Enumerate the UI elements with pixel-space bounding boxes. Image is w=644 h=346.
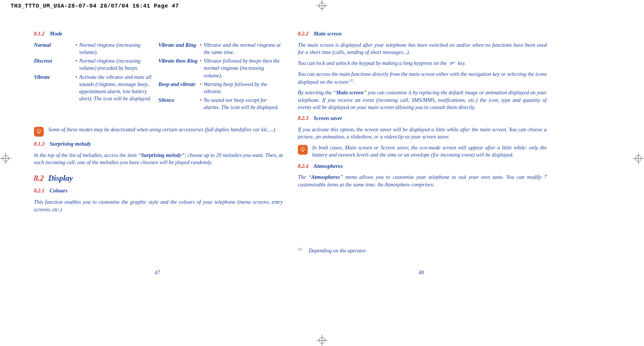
tip-lightbulb-icon: [34, 127, 44, 137]
heading-8-2: 8.2 Display: [34, 173, 283, 183]
paragraph: If you activate this option, the screen …: [298, 126, 547, 140]
svg-line-16: [37, 129, 37, 129]
text-run: The “: [298, 174, 311, 180]
section-title: Screen saver: [314, 115, 342, 121]
text-bold: Main screen: [336, 89, 363, 95]
section-number: 8.2.2: [298, 31, 308, 37]
page-number: 47: [155, 270, 160, 276]
section-number: 8.1.3: [34, 141, 44, 147]
mode-description: •Vibrator and the normal ringtone at the…: [200, 42, 283, 56]
section-title: Atmospheres: [314, 163, 343, 169]
paragraph: You can access the main functions direct…: [298, 71, 547, 85]
mode-label: Normal: [34, 42, 75, 56]
section-title: Main screen: [314, 31, 342, 37]
text-run: key.: [456, 60, 466, 66]
footnote-text: Depending on the operator.: [309, 248, 367, 254]
registration-mark-icon: [316, 0, 328, 11]
page-slug: TH3_TTTO_UM_USA-28-07-04 28/07/04 16:41 …: [11, 3, 179, 9]
registration-mark-icon: [0, 153, 11, 164]
mode-desc-text: Warning beep followed by the vibrator.: [204, 81, 267, 94]
section-title: Colours: [50, 188, 68, 194]
mode-description: •Normal ringtone (increasing volume).: [75, 42, 155, 56]
footnote: (1)Depending on the operator.: [298, 247, 366, 254]
mode-description: •Normal ringtone (increasing volume) pre…: [75, 57, 155, 72]
mode-row: Beep and vibrate •Warning beep followed …: [158, 81, 283, 95]
registration-mark-icon: [633, 153, 644, 164]
heading-8-1-3: 8.1.3 Surprising melody: [34, 140, 283, 148]
tip-lightbulb-icon: [298, 145, 308, 155]
text-bold: Surprising melody: [141, 152, 182, 158]
mode-desc-text: No sound nor beep except for alarms. The…: [204, 97, 279, 110]
mode-row: Vibrate and Ring •Vibrator and the norma…: [158, 42, 283, 56]
svg-line-24: [305, 147, 305, 148]
section-title: Surprising melody: [50, 141, 91, 147]
svg-line-23: [301, 147, 301, 148]
tip-text: In both cases, Main screen or Screen sav…: [312, 144, 547, 158]
mode-desc-text: Vibrator and the normal ringtone at the …: [204, 42, 281, 55]
page-number: 48: [419, 270, 424, 276]
paragraph: The “Atmospheres” menu allows you to cus…: [298, 174, 547, 188]
mode-desc-text: Vibrator followed by beeps then the norm…: [204, 58, 280, 78]
paragraph: In the top of the list of melodies, acce…: [34, 152, 283, 166]
mode-desc-text: Activate the vibrator and mute all sound…: [79, 74, 152, 102]
mode-row: Silence •No sound nor beep except for al…: [158, 97, 283, 111]
mode-description: •Vibrator followed by beeps then the nor…: [200, 57, 283, 79]
paragraph: You can lock and unlock the keypad by ma…: [298, 60, 547, 67]
mode-row: Discreet •Normal ringtone (increasing vo…: [34, 57, 155, 72]
theta-key-icon: θ°*: [448, 61, 456, 66]
section-number: 8.2.4: [298, 163, 308, 169]
svg-rect-18: [38, 132, 40, 133]
mode-label: Beep and vibrate: [158, 81, 200, 95]
page-48: 8.2.2 Main screen The main screen is dis…: [298, 30, 547, 192]
heading-8-2-2: 8.2.2 Main screen: [298, 30, 547, 38]
section-number: 8.2: [34, 174, 44, 183]
mode-table: Normal •Normal ringtone (increasing volu…: [34, 42, 283, 121]
heading-8-2-1: 8.2.1 Colours: [34, 187, 283, 195]
svg-rect-25: [302, 151, 304, 151]
mode-label: Silence: [158, 97, 200, 111]
svg-point-19: [301, 148, 304, 151]
mode-description: •Warning beep followed by the vibrator.: [200, 81, 283, 95]
paragraph: By selecting the “Main screen” you can c…: [298, 89, 547, 111]
mode-label: Discreet: [34, 57, 75, 72]
section-title: Mode: [50, 31, 63, 37]
mode-row: Vibrate then Ring •Vibrator followed by …: [158, 57, 283, 79]
mode-description: •No sound nor beep except for alarms. Th…: [200, 97, 283, 111]
text-run: You can lock and unlock the keypad by ma…: [298, 60, 448, 66]
section-number: 8.1.2: [34, 31, 44, 37]
mode-row: Normal •Normal ringtone (increasing volu…: [34, 42, 155, 56]
mode-description: •Activate the vibrator and mute all soun…: [75, 74, 155, 103]
section-number: 8.2.3: [298, 115, 308, 121]
footnote-marker: (1): [298, 247, 302, 251]
mode-column-1: Normal •Normal ringtone (increasing volu…: [34, 42, 155, 104]
text-run: In the top of the list of melodies, acce…: [34, 152, 141, 158]
mode-label: Vibrate and Ring: [158, 42, 200, 56]
footnote-ref: (1): [350, 78, 354, 82]
paragraph: The main screen is displayed after your …: [298, 42, 547, 56]
svg-line-17: [41, 129, 41, 129]
mode-column-2: Vibrate and Ring •Vibrator and the norma…: [158, 42, 283, 113]
mode-desc-text: Normal ringtone (increasing volume) prec…: [79, 58, 141, 71]
page-47: 8.1.2 Mode Normal •Normal ringtone (incr…: [34, 30, 283, 217]
heading-8-2-3: 8.2.3 Screen saver: [298, 115, 547, 122]
tip-text: Some of these modes may be deactivated w…: [48, 126, 283, 137]
mode-label: Vibrate: [34, 74, 75, 103]
text-run: You can access the main functions direct…: [298, 71, 547, 85]
mode-desc-text: Normal ringtone (increasing volume).: [79, 42, 141, 55]
text-run: .: [353, 78, 355, 85]
text-run: By selecting the “: [298, 89, 336, 95]
heading-8-2-4: 8.2.4 Atmospheres: [298, 163, 547, 170]
mode-row: Vibrate •Activate the vibrator and mute …: [34, 74, 155, 103]
heading-8-1-2: 8.1.2 Mode: [34, 30, 283, 38]
text-bold: Atmospheres: [311, 174, 340, 180]
registration-mark-icon: [316, 335, 328, 346]
paragraph: This function enables you to customise t…: [34, 198, 283, 213]
tip-block: Some of these modes may be deactivated w…: [34, 126, 283, 137]
section-title: Display: [48, 174, 73, 183]
svg-point-12: [37, 130, 40, 133]
tip-block: In both cases, Main screen or Screen sav…: [298, 144, 547, 158]
section-number: 8.2.1: [34, 188, 44, 194]
mode-label: Vibrate then Ring: [158, 57, 200, 79]
